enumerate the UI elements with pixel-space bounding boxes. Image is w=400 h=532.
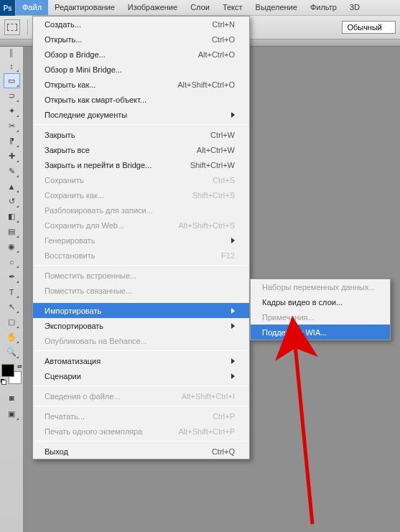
rect-marquee-tool[interactable]: ▭ xyxy=(4,73,20,88)
pen-tool[interactable]: ✒ xyxy=(4,269,20,284)
fg-bg-color-swatch[interactable]: ⇄ xyxy=(1,364,22,384)
path-select-tool[interactable]: ↖ xyxy=(4,299,20,314)
file-menu-item-18: Поместить встроенные... xyxy=(33,268,249,283)
menu-item-shortcut: Alt+Shift+Ctrl+O xyxy=(177,80,235,89)
zoom-tool[interactable]: 🔍 xyxy=(4,345,20,360)
lasso-tool[interactable]: ⊃ xyxy=(4,88,20,103)
magic-wand-tool[interactable]: ✦ xyxy=(4,103,20,118)
submenu-arrow-icon xyxy=(231,308,235,314)
crop-tool[interactable]: ✂ xyxy=(4,118,20,134)
file-menu-item-30: Печатать...Ctrl+P xyxy=(33,409,249,424)
menu-редактирование[interactable]: Редактирование xyxy=(48,0,121,15)
menu-item-label: Опубликовать на Behance... xyxy=(45,337,235,345)
file-menu-dropdown: Создать...Ctrl+NОткрыть...Ctrl+OОбзор в … xyxy=(32,16,250,459)
menu-текст[interactable]: Текст xyxy=(216,0,249,15)
file-menu-item-3[interactable]: Обзор в Mini Bridge... xyxy=(33,62,249,77)
menu-item-label: Поместить встроенные... xyxy=(45,271,235,280)
type-tool[interactable]: T xyxy=(4,284,20,299)
file-menu-separator xyxy=(34,406,248,406)
style-dropdown[interactable]: Обычный xyxy=(342,21,396,34)
move-tool[interactable]: ↕ xyxy=(4,58,20,73)
menu-item-label: Кадры видео в слои... xyxy=(262,298,376,307)
menu-слои[interactable]: Слои xyxy=(184,0,216,15)
app-logo: Ps xyxy=(0,0,16,16)
file-menu-item-10[interactable]: Закрыть и перейти в Bridge...Shift+Ctrl+… xyxy=(33,157,249,172)
menu-item-label: Сведения о файле... xyxy=(45,392,167,401)
menu-item-label: Печать одного экземпляра xyxy=(45,427,164,436)
menu-item-label: Выход xyxy=(45,447,197,456)
menu-3d[interactable]: 3D xyxy=(343,0,366,15)
menu-item-shortcut: Ctrl+N xyxy=(213,20,235,29)
file-menu-item-2[interactable]: Обзор в Bridge...Alt+Ctrl+O xyxy=(33,47,249,62)
menu-item-label: Сценарии xyxy=(45,372,231,381)
submenu-arrow-icon xyxy=(231,358,235,364)
file-menu-item-16: ВосстановитьF12 xyxy=(33,248,249,263)
menu-выделение[interactable]: Выделение xyxy=(249,0,304,15)
file-menu-item-25[interactable]: Автоматизация xyxy=(33,353,249,368)
eyedropper-tool[interactable]: ⁋ xyxy=(4,134,20,149)
clone-stamp-tool[interactable]: ▲ xyxy=(4,179,20,194)
file-menu-item-28: Сведения о файле...Alt+Shift+Ctrl+I xyxy=(33,388,249,403)
menu-item-label: Наборы переменных данных... xyxy=(262,283,376,291)
file-menu-item-33[interactable]: ВыходCtrl+Q xyxy=(33,444,249,459)
file-menu-item-8[interactable]: ЗакрытьCtrl+W xyxy=(33,127,249,142)
import-submenu-item-2: Примечания... xyxy=(251,309,390,325)
menu-item-shortcut: Alt+Ctrl+O xyxy=(198,50,235,59)
gradient-tool[interactable]: ▤ xyxy=(4,224,20,239)
swap-colors-icon[interactable]: ⇄ xyxy=(17,363,22,370)
history-brush-tool[interactable]: ↺ xyxy=(4,194,20,209)
file-menu-separator xyxy=(34,441,248,442)
menu-item-label: Закрыть все xyxy=(45,146,182,154)
menu-файл[interactable]: Файл xyxy=(16,0,48,15)
file-menu-item-21[interactable]: Импортировать xyxy=(33,303,249,318)
menu-item-shortcut: Alt+Shift+Ctrl+P xyxy=(178,427,235,436)
file-menu-item-11: СохранитьCtrl+S xyxy=(33,172,249,187)
import-submenu-item-3[interactable]: Поддержка WIA... xyxy=(251,325,390,340)
file-menu-item-9[interactable]: Закрыть всеAlt+Ctrl+W xyxy=(33,142,249,157)
submenu-arrow-icon xyxy=(231,238,235,243)
file-menu-item-4[interactable]: Открыть как...Alt+Shift+Ctrl+O xyxy=(33,77,249,92)
file-menu-item-19: Поместить связанные... xyxy=(33,283,249,298)
brush-tool[interactable]: ✎ xyxy=(4,164,20,179)
toolbox-grip[interactable] xyxy=(4,50,20,57)
file-menu-item-0[interactable]: Создать...Ctrl+N xyxy=(33,17,249,32)
file-menu-item-31: Печать одного экземпляраAlt+Shift+Ctrl+P xyxy=(33,424,249,439)
file-menu-item-5[interactable]: Открыть как смарт-объект... xyxy=(33,92,249,107)
fg-color[interactable] xyxy=(1,364,14,377)
file-menu-item-26[interactable]: Сценарии xyxy=(33,368,249,383)
file-menu-item-12: Сохранить как...Shift+Ctrl+S xyxy=(33,187,249,202)
menu-item-label: Поддержка WIA... xyxy=(262,328,376,337)
hand-tool[interactable]: ✋ xyxy=(4,330,20,345)
menu-item-shortcut: Ctrl+S xyxy=(213,176,235,185)
submenu-arrow-icon xyxy=(231,323,235,329)
quickmask-tool[interactable]: ◙ xyxy=(4,390,20,405)
menu-item-label: Примечания... xyxy=(262,313,376,322)
menu-item-label: Восстановить xyxy=(45,251,207,260)
rectangle-shape-tool[interactable]: ▢ xyxy=(4,314,20,330)
menu-item-shortcut: Ctrl+W xyxy=(210,131,235,139)
file-menu-item-6[interactable]: Последние документы xyxy=(33,107,249,122)
menu-item-label: Импортировать xyxy=(45,307,231,315)
dodge-tool[interactable]: ○ xyxy=(4,254,20,269)
healing-brush-tool[interactable]: ✚ xyxy=(4,149,20,164)
menu-item-shortcut: Ctrl+O xyxy=(212,35,235,44)
eraser-tool[interactable]: ◧ xyxy=(4,209,20,224)
menu-item-label: Экспортировать xyxy=(45,322,231,330)
file-menu-separator xyxy=(34,386,248,386)
screenmode-tool[interactable]: ▣ xyxy=(4,406,20,421)
file-menu-item-13: Разблокировать для записи... xyxy=(33,202,249,218)
file-menu-item-1[interactable]: Открыть...Ctrl+O xyxy=(33,32,249,47)
menu-item-label: Открыть как... xyxy=(45,80,163,89)
menu-item-shortcut: Shift+Ctrl+S xyxy=(192,191,235,200)
file-menu-item-22[interactable]: Экспортировать xyxy=(33,318,249,333)
menu-фильтр[interactable]: Фильтр xyxy=(304,0,343,15)
import-submenu-item-1[interactable]: Кадры видео в слои... xyxy=(251,294,390,309)
default-colors-icon[interactable] xyxy=(1,379,6,385)
blur-tool[interactable]: ◉ xyxy=(4,239,20,254)
menu-item-label: Открыть как смарт-объект... xyxy=(45,95,235,104)
import-submenu-item-0: Наборы переменных данных... xyxy=(251,279,390,294)
menu-изображение[interactable]: Изображение xyxy=(121,0,184,15)
tool-preset-icon[interactable] xyxy=(4,19,20,35)
menu-item-label: Автоматизация xyxy=(45,357,231,365)
menu-item-label: Сохранить для Web... xyxy=(45,221,164,230)
